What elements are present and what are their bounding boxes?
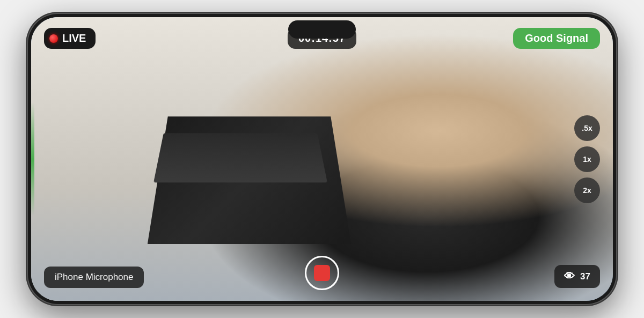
live-badge: LIVE (44, 28, 96, 49)
record-button[interactable] (305, 256, 339, 290)
zoom-1x-button[interactable]: 1x (574, 146, 600, 172)
signal-label: Good Signal (525, 32, 588, 44)
screen: LIVE 00:14:57 Good Signal .5x 1x (31, 17, 613, 301)
mic-label: iPhone Microphone (55, 272, 133, 282)
mic-badge: iPhone Microphone (44, 267, 144, 288)
record-icon (314, 265, 330, 281)
viewers-badge: 👁 37 (554, 265, 600, 288)
zoom-05x-button[interactable]: .5x (574, 115, 600, 141)
zoom-2x-button[interactable]: 2x (574, 178, 600, 203)
dynamic-island (288, 20, 356, 39)
live-label: LIVE (62, 32, 86, 45)
phone-wrapper: LIVE 00:14:57 Good Signal .5x 1x (27, 13, 617, 305)
signal-badge: Good Signal (513, 28, 600, 49)
live-dot (49, 34, 58, 43)
eye-icon: 👁 (564, 270, 575, 283)
viewers-count: 37 (580, 271, 590, 282)
zoom-controls: .5x 1x 2x (574, 115, 600, 203)
overlay: LIVE 00:14:57 Good Signal .5x 1x (31, 17, 613, 301)
phone-frame: LIVE 00:14:57 Good Signal .5x 1x (27, 13, 617, 305)
